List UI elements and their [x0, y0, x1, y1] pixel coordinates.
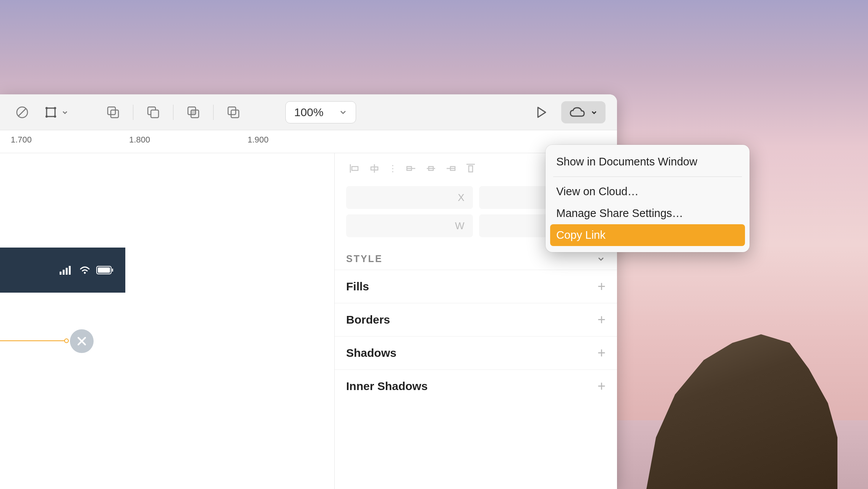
ruler-tick-label: 1.700 — [11, 135, 32, 145]
boolean-subtract-button[interactable] — [143, 102, 164, 123]
align-center-h-button[interactable] — [366, 160, 383, 177]
align-separator: ⋮ — [386, 160, 400, 177]
inner-shadows-row[interactable]: Inner Shadows + — [335, 369, 617, 403]
preview-play-button[interactable] — [531, 102, 552, 123]
menu-separator — [553, 176, 742, 177]
svg-rect-14 — [228, 107, 236, 115]
artboard[interactable] — [0, 248, 125, 484]
align-left-button[interactable] — [346, 160, 363, 177]
svg-rect-19 — [69, 266, 71, 275]
toolbar-separator — [173, 105, 173, 120]
svg-point-5 — [45, 115, 48, 118]
toolbar-separator — [133, 105, 133, 120]
svg-rect-23 — [112, 269, 113, 272]
svg-rect-35 — [469, 166, 473, 172]
svg-rect-17 — [63, 270, 65, 275]
add-fill-button[interactable]: + — [598, 279, 606, 295]
zoom-value: 100% — [294, 106, 324, 119]
close-icon — [76, 335, 87, 347]
design-canvas[interactable] — [0, 153, 334, 489]
svg-point-4 — [54, 107, 56, 109]
ruler-tick-label: 1.900 — [248, 135, 269, 145]
prototype-link-node[interactable] — [64, 338, 69, 343]
svg-line-1 — [18, 108, 26, 116]
chevron-down-icon — [590, 108, 598, 116]
add-inner-shadow-button[interactable]: + — [598, 378, 606, 394]
svg-rect-2 — [47, 108, 55, 117]
chevron-down-icon — [339, 108, 347, 117]
width-field[interactable]: W — [346, 214, 473, 237]
menu-view-on-cloud[interactable]: View on Cloud… — [546, 181, 750, 202]
svg-rect-8 — [111, 110, 118, 118]
shadows-row[interactable]: Shadows + — [335, 336, 617, 369]
shape-tool-group[interactable] — [42, 104, 69, 121]
svg-rect-7 — [108, 107, 115, 115]
signal-icon — [60, 266, 73, 275]
x-position-field[interactable]: X — [346, 186, 473, 209]
add-border-button[interactable]: + — [598, 312, 606, 328]
chevron-down-icon — [61, 108, 69, 116]
svg-rect-22 — [98, 267, 110, 273]
add-shadow-button[interactable]: + — [598, 345, 606, 361]
svg-rect-15 — [231, 110, 239, 118]
cloud-dropdown-menu: Show in Documents Window View on Cloud… … — [546, 145, 750, 252]
artboard-content — [0, 293, 125, 484]
svg-rect-10 — [151, 110, 159, 118]
zoom-select[interactable]: 100% — [285, 101, 356, 123]
svg-rect-13 — [191, 110, 196, 115]
svg-rect-25 — [352, 167, 358, 170]
align-top-button[interactable] — [462, 160, 479, 177]
cloud-icon — [569, 106, 586, 118]
borders-row[interactable]: Borders + — [335, 303, 617, 336]
menu-show-in-documents[interactable]: Show in Documents Window — [546, 151, 750, 173]
menu-manage-share-settings[interactable]: Manage Share Settings… — [546, 202, 750, 224]
svg-point-20 — [84, 272, 86, 274]
app-window: 100% 1.700 1.800 1.900 — [0, 94, 617, 489]
boolean-union-button[interactable] — [102, 102, 124, 123]
cloud-menu-button[interactable] — [561, 101, 606, 123]
fills-row[interactable]: Fills + — [335, 270, 617, 303]
horizontal-ruler: 1.700 1.800 1.900 — [0, 130, 617, 153]
mobile-status-bar — [0, 248, 125, 293]
rotate-tool-button[interactable] — [11, 102, 33, 123]
align-h-center-button[interactable] — [423, 160, 439, 177]
svg-rect-16 — [60, 272, 62, 275]
svg-point-6 — [54, 115, 56, 118]
menu-copy-link[interactable]: Copy Link — [550, 224, 745, 246]
svg-point-3 — [45, 107, 48, 109]
ruler-tick-label: 1.800 — [129, 135, 150, 145]
boolean-difference-button[interactable] — [223, 102, 244, 123]
prototype-link-line — [0, 340, 67, 341]
wifi-icon — [79, 266, 91, 275]
toolbar-separator — [213, 105, 214, 120]
close-button[interactable] — [70, 329, 94, 353]
toolbar: 100% — [0, 94, 617, 130]
boolean-intersect-button[interactable] — [183, 102, 204, 123]
align-h-right-button[interactable] — [442, 160, 459, 177]
align-h-left-button[interactable] — [403, 160, 419, 177]
chevron-down-icon — [596, 254, 606, 264]
svg-rect-18 — [66, 268, 68, 275]
battery-icon — [96, 266, 114, 275]
